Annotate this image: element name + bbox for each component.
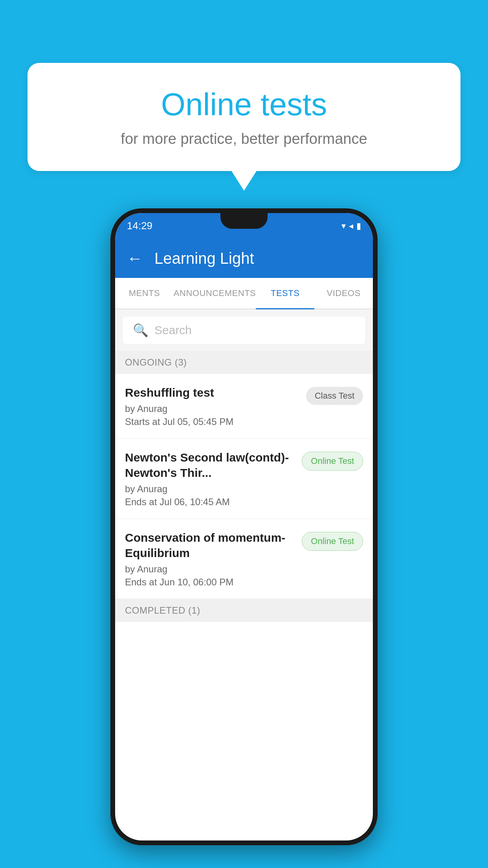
test-list: Reshuffling test by Anurag Starts at Jul… bbox=[115, 374, 373, 599]
test-time-1: Starts at Jul 05, 05:45 PM bbox=[125, 416, 298, 427]
test-name-3: Conservation of momentum-Equilibrium bbox=[125, 530, 294, 561]
completed-section-header: COMPLETED (1) bbox=[115, 599, 373, 622]
test-author-2: by Anurag bbox=[125, 484, 294, 495]
tab-tests[interactable]: TESTS bbox=[256, 278, 314, 309]
tab-videos[interactable]: VIDEOS bbox=[314, 278, 373, 309]
search-bar[interactable]: 🔍 Search bbox=[123, 316, 365, 344]
test-author-3: by Anurag bbox=[125, 564, 294, 575]
tab-ments[interactable]: MENTS bbox=[115, 278, 174, 309]
back-button[interactable]: ← bbox=[127, 250, 143, 267]
phone-screen: 14:29 ▾ ◂ ▮ ← Learning Light MENTS ANNOU… bbox=[115, 213, 373, 840]
bubble-title: Online tests bbox=[59, 86, 429, 123]
tab-bar: MENTS ANNOUNCEMENTS TESTS VIDEOS bbox=[115, 278, 373, 309]
test-item-1[interactable]: Reshuffling test by Anurag Starts at Jul… bbox=[115, 374, 373, 439]
test-badge-1: Class Test bbox=[306, 387, 363, 405]
test-time-3: Ends at Jun 10, 06:00 PM bbox=[125, 577, 294, 588]
test-info-1: Reshuffling test by Anurag Starts at Jul… bbox=[125, 385, 306, 427]
test-badge-3: Online Test bbox=[302, 532, 363, 551]
test-info-3: Conservation of momentum-Equilibrium by … bbox=[125, 530, 302, 588]
test-author-1: by Anurag bbox=[125, 403, 298, 414]
search-container: 🔍 Search bbox=[115, 309, 373, 351]
tab-announcements[interactable]: ANNOUNCEMENTS bbox=[174, 278, 256, 309]
test-time-2: Ends at Jul 06, 10:45 AM bbox=[125, 497, 294, 508]
ongoing-section-header: ONGOING (3) bbox=[115, 351, 373, 374]
battery-icon: ▮ bbox=[356, 221, 361, 231]
phone-mockup: 14:29 ▾ ◂ ▮ ← Learning Light MENTS ANNOU… bbox=[110, 208, 378, 845]
search-input[interactable]: Search bbox=[154, 324, 192, 337]
test-item-2[interactable]: Newton's Second law(contd)-Newton's Thir… bbox=[115, 439, 373, 519]
signal-icon: ◂ bbox=[349, 221, 353, 231]
status-icons: ▾ ◂ ▮ bbox=[341, 221, 361, 231]
status-time: 14:29 bbox=[127, 220, 152, 232]
test-name-1: Reshuffling test bbox=[125, 385, 298, 400]
wifi-icon: ▾ bbox=[341, 221, 346, 231]
test-badge-2: Online Test bbox=[302, 452, 363, 471]
bubble-subtitle: for more practice, better performance bbox=[59, 131, 429, 147]
speech-bubble: Online tests for more practice, better p… bbox=[28, 63, 460, 171]
test-name-2: Newton's Second law(contd)-Newton's Thir… bbox=[125, 450, 294, 480]
test-info-2: Newton's Second law(contd)-Newton's Thir… bbox=[125, 450, 302, 508]
app-title: Learning Light bbox=[154, 250, 254, 267]
notch bbox=[220, 213, 268, 229]
status-bar: 14:29 ▾ ◂ ▮ bbox=[115, 213, 373, 239]
app-bar: ← Learning Light bbox=[115, 239, 373, 278]
test-item-3[interactable]: Conservation of momentum-Equilibrium by … bbox=[115, 519, 373, 599]
search-icon: 🔍 bbox=[133, 323, 149, 338]
